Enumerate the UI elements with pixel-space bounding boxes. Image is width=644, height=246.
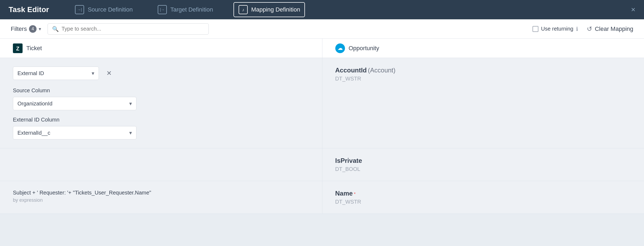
header: Task Editor →| Source Definition |→ Targ… (0, 0, 644, 19)
target-cell-row3: Name * DT_WSTR (322, 181, 644, 214)
column-headers: Z Ticket ☁ Opportunity (0, 39, 644, 58)
search-box: 🔍 (48, 23, 209, 35)
ext-id-col-dropdown-arrow-icon: ▾ (129, 130, 132, 136)
target-column-label: Opportunity (349, 45, 379, 52)
tab-source[interactable]: →| Source Definition (70, 3, 137, 17)
target-tab-icon: |→ (157, 5, 167, 14)
close-button[interactable]: × (631, 5, 635, 14)
refresh-icon: ↺ (587, 25, 592, 33)
target-cell-row2: IsPrivate DT_BOOL (322, 148, 644, 181)
external-id-dropdown[interactable]: External ID ▾ (13, 67, 99, 80)
source-cell-row2 (0, 148, 322, 181)
use-returning-checkbox[interactable] (533, 26, 538, 32)
target-row1-qualifier: (Account) (368, 67, 395, 74)
tab-target[interactable]: |→ Target Definition (153, 3, 217, 17)
app-title: Task Editor (9, 5, 49, 14)
svg-text:|→: |→ (160, 8, 165, 12)
use-returning: Use returning ℹ (533, 26, 578, 32)
source-cell-row1: External ID ▾ ✕ Source Column Organizati… (0, 58, 322, 148)
target-row3-type: DT_WSTR (335, 199, 631, 205)
filter-bar: Filters 4 ▾ 🔍 Use returning ℹ ↺ Clear Ma… (0, 19, 644, 39)
by-expression-label: by expression (13, 197, 309, 203)
clear-mapping-button[interactable]: ↺ Clear Mapping (587, 25, 633, 33)
source-column-header: Z Ticket (0, 39, 322, 58)
dropdown-arrow-icon: ▾ (92, 70, 94, 76)
source-column-dropdown[interactable]: OrganizationId ▾ (13, 97, 136, 110)
mapping-tab-icon: ♪ (238, 5, 248, 14)
svg-text:Z: Z (16, 46, 19, 52)
use-returning-label: Use returning (541, 26, 573, 32)
filters-text: Filters (11, 25, 27, 32)
expression-text: Subject + ' Requester: '+ "Tickets_User_… (13, 190, 309, 196)
target-row1-field-name: AccountId (Account) (335, 67, 631, 74)
zendesk-icon: Z (13, 43, 23, 53)
source-tab-label: Source Definition (88, 6, 133, 13)
filter-right: Use returning ℹ ↺ Clear Mapping (533, 25, 633, 33)
target-row2-type: DT_BOOL (335, 166, 631, 172)
target-row3-field-header: Name * (335, 190, 631, 197)
tab-mapping[interactable]: ♪ Mapping Definition (233, 2, 305, 17)
external-id-column-label: External ID Column (13, 117, 309, 123)
target-cell-row1: AccountId (Account) DT_WSTR (322, 58, 644, 148)
source-tab-icon: →| (75, 5, 84, 14)
filters-count: 4 (29, 25, 37, 33)
clear-row1-button[interactable]: ✕ (106, 69, 112, 77)
header-tabs: →| Source Definition |→ Target Definitio… (70, 2, 631, 17)
source-col-dropdown-arrow-icon: ▾ (129, 100, 132, 107)
target-column-header: ☁ Opportunity (322, 39, 644, 58)
search-icon: 🔍 (52, 26, 59, 32)
required-star: * (354, 192, 355, 196)
mapping-tab-label: Mapping Definition (251, 6, 300, 13)
filters-chevron-icon[interactable]: ▾ (39, 26, 41, 32)
main-content: External ID ▾ ✕ Source Column Organizati… (0, 58, 644, 214)
target-row1-type: DT_WSTR (335, 76, 631, 82)
target-row3-field-name: Name (335, 190, 353, 197)
target-tab-label: Target Definition (170, 6, 213, 13)
source-column-field-label: Source Column (13, 87, 309, 94)
svg-text:→|: →| (77, 8, 82, 12)
search-input[interactable] (62, 26, 204, 32)
info-icon: ℹ (576, 26, 578, 32)
source-column-value: OrganizationId (17, 101, 52, 107)
svg-text:♪: ♪ (242, 8, 244, 12)
external-id-column-dropdown[interactable]: ExternalId__c ▾ (13, 126, 136, 139)
salesforce-icon: ☁ (335, 43, 345, 53)
target-row2-field-name: IsPrivate (335, 157, 631, 164)
source-column-label: Ticket (26, 45, 42, 52)
filters-label: Filters 4 ▾ (11, 25, 41, 33)
external-id-value: External ID (17, 70, 44, 76)
source-row1-top: External ID ▾ ✕ (13, 67, 309, 80)
clear-mapping-label: Clear Mapping (595, 25, 633, 32)
source-cell-row3: Subject + ' Requester: '+ "Tickets_User_… (0, 181, 322, 214)
external-id-column-value: ExternalId__c (17, 130, 50, 136)
